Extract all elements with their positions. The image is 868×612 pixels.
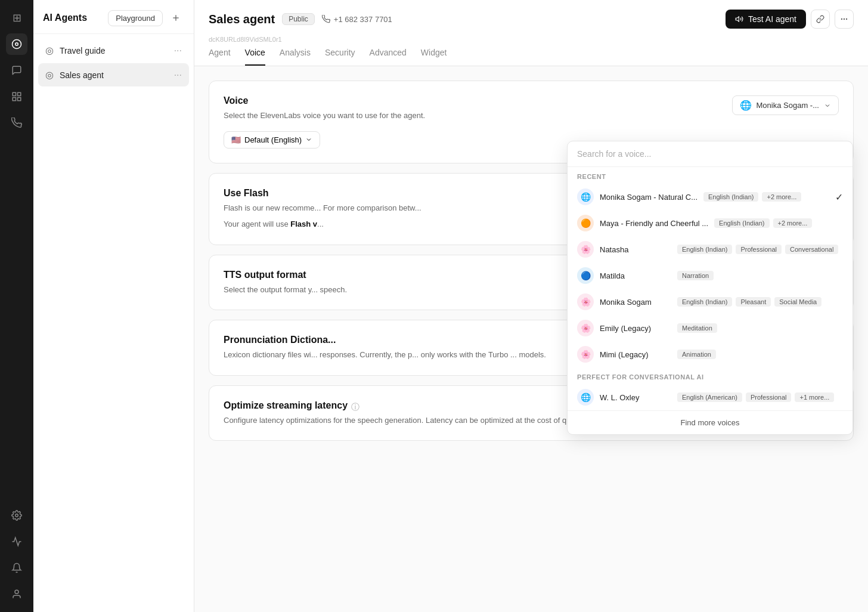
left-navigation: ⊞ xyxy=(0,0,33,612)
sidebar-item-sales-agent[interactable]: ◎ Sales agent ··· xyxy=(38,63,189,86)
conversational-section-label: Perfect for Conversational AI xyxy=(568,367,852,384)
language-label: Default (English) xyxy=(244,135,302,144)
agent-phone: +1 682 337 7701 xyxy=(322,15,392,24)
svg-rect-4 xyxy=(13,98,16,101)
svg-rect-3 xyxy=(18,92,21,95)
tab-bar: Agent Voice Analysis Security Advanced W… xyxy=(209,48,854,66)
voice-tags: Narration xyxy=(677,271,714,280)
grid-icon[interactable]: ⊞ xyxy=(6,7,27,29)
svg-point-0 xyxy=(13,40,21,49)
info-icon: ⓘ xyxy=(351,402,359,413)
agent-info-row: Sales agent Public +1 682 337 7701 Test … xyxy=(209,10,854,29)
add-agent-button[interactable] xyxy=(168,10,184,26)
share-link-button[interactable] xyxy=(811,10,830,29)
agent-id: dcK8URLd8I9VidSML0r1 xyxy=(209,36,854,43)
voice-item-maya[interactable]: 🟠 Maya - Friendly and Cheerful ... Engli… xyxy=(568,210,852,236)
main-header: Sales agent Public +1 682 337 7701 Test … xyxy=(194,0,868,66)
svg-point-7 xyxy=(15,590,18,594)
svg-rect-2 xyxy=(13,92,16,95)
svg-point-1 xyxy=(16,43,18,46)
voice-avatar: 🌐 xyxy=(577,389,594,406)
voice-tags: English (Indian) Pleasant Social Media xyxy=(677,297,822,307)
voice-name: Monika Sogam xyxy=(600,298,671,307)
waveform-icon[interactable] xyxy=(6,531,27,552)
voice-search-input[interactable] xyxy=(577,149,843,159)
more-options-icon[interactable]: ··· xyxy=(174,45,182,56)
voice-dropdown: Recent 🌐 Monika Sogam - Natural C... Eng… xyxy=(567,141,853,435)
tab-analysis[interactable]: Analysis xyxy=(280,48,311,66)
voice-name: Emily (Legacy) xyxy=(600,324,671,333)
voice-avatar: 🌸 xyxy=(577,346,594,363)
voice-item-monika-natural[interactable]: 🌐 Monika Sogam - Natural C... English (I… xyxy=(568,184,852,210)
voice-name: W. L. Oxley xyxy=(600,393,671,402)
sidebar-header: AI Agents Playground xyxy=(33,0,194,34)
voice-avatar: 🌸 xyxy=(577,320,594,336)
voice-search-area xyxy=(568,141,852,167)
sidebar-item-label: Travel guide xyxy=(60,46,174,55)
sidebar-actions: Playground xyxy=(108,10,184,26)
voice-name: Natasha xyxy=(600,245,671,254)
voice-card: Voice Select the ElevenLabs voice you wa… xyxy=(209,81,854,163)
settings-icon[interactable] xyxy=(6,505,27,526)
voice-avatar: 🟠 xyxy=(577,215,594,231)
voice-name: Matilda xyxy=(600,271,671,280)
test-ai-agent-button[interactable]: Test AI agent xyxy=(726,10,806,29)
svg-point-6 xyxy=(16,514,18,517)
phone-number: +1 682 337 7701 xyxy=(334,15,392,24)
svg-point-13 xyxy=(841,18,842,19)
sidebar-item-travel-guide[interactable]: ◎ Travel guide ··· xyxy=(38,39,189,62)
playground-button[interactable]: Playground xyxy=(108,10,163,26)
checkmark-icon: ✓ xyxy=(835,191,843,203)
language-select[interactable]: 🇺🇸 Default (English) xyxy=(224,131,320,149)
agent-name: Sales agent xyxy=(209,13,275,26)
voice-item-natasha[interactable]: 🌸 Natasha English (Indian) Professional … xyxy=(568,236,852,262)
tab-voice[interactable]: Voice xyxy=(245,48,265,66)
latency-title: Optimize streaming latency xyxy=(224,400,348,411)
svg-rect-5 xyxy=(18,98,21,101)
voice-tags: English (American) Professional +1 more.… xyxy=(677,392,834,402)
voice-item-emily-legacy[interactable]: 🌸 Emily (Legacy) Meditation xyxy=(568,315,852,341)
voice-tags: English (Indian) +2 more... xyxy=(714,218,812,228)
tab-agent[interactable]: Agent xyxy=(209,48,231,66)
voice-item-mimi-legacy[interactable]: 🌸 Mimi (Legacy) Animation xyxy=(568,341,852,367)
svg-point-11 xyxy=(844,18,844,19)
voice-name: Monika Sogam - Natural C... xyxy=(600,193,698,202)
phone-icon[interactable] xyxy=(6,112,27,134)
tab-security[interactable]: Security xyxy=(325,48,355,66)
agents-icon[interactable] xyxy=(6,33,27,55)
voice-item-wl-oxley[interactable]: 🌐 W. L. Oxley English (American) Profess… xyxy=(568,384,852,410)
tab-advanced[interactable]: Advanced xyxy=(370,48,407,66)
sidebar-list: ◎ Travel guide ··· ◎ Sales agent ··· xyxy=(33,34,194,92)
svg-point-12 xyxy=(847,18,847,19)
recent-section-label: Recent xyxy=(568,167,852,184)
voice-avatar: 🔵 xyxy=(577,267,594,284)
content-area: Voice Select the ElevenLabs voice you wa… xyxy=(194,66,868,612)
chat-icon[interactable] xyxy=(6,60,27,81)
find-more-voices-button[interactable]: Find more voices xyxy=(568,410,852,434)
voice-name: Mimi (Legacy) xyxy=(600,350,671,359)
main-area: Sales agent Public +1 682 337 7701 Test … xyxy=(194,0,868,612)
voice-name: Maya - Friendly and Cheerful ... xyxy=(600,219,708,228)
voice-avatar: 🌸 xyxy=(577,241,594,258)
voice-tags: English (Indian) +2 more... xyxy=(703,192,801,202)
agent-icon: ◎ xyxy=(45,69,54,81)
more-options-icon[interactable]: ··· xyxy=(174,70,182,81)
more-options-button[interactable] xyxy=(835,10,854,29)
header-actions: Test AI agent xyxy=(726,10,854,29)
agent-visibility-badge: Public xyxy=(282,13,315,25)
library-icon[interactable] xyxy=(6,86,27,107)
voice-item-monika-sogam[interactable]: 🌸 Monika Sogam English (Indian) Pleasant… xyxy=(568,289,852,315)
svg-marker-10 xyxy=(736,17,739,21)
voice-tags: Meditation xyxy=(677,323,717,333)
sidebar-item-label: Sales agent xyxy=(60,70,174,80)
selected-voice-button[interactable]: 🌐 Monika Sogam -... xyxy=(732,95,839,115)
voice-avatar: 🌐 xyxy=(577,188,594,205)
sidebar-title: AI Agents xyxy=(43,13,87,23)
tab-widget[interactable]: Widget xyxy=(421,48,447,66)
voice-item-matilda[interactable]: 🔵 Matilda Narration xyxy=(568,262,852,289)
bell-icon[interactable] xyxy=(6,557,27,579)
voice-tags: English (Indian) Professional Conversati… xyxy=(677,245,838,254)
user-icon[interactable] xyxy=(6,583,27,605)
selected-voice-label: Monika Sogam -... xyxy=(757,101,820,110)
test-button-label: Test AI agent xyxy=(748,14,796,24)
